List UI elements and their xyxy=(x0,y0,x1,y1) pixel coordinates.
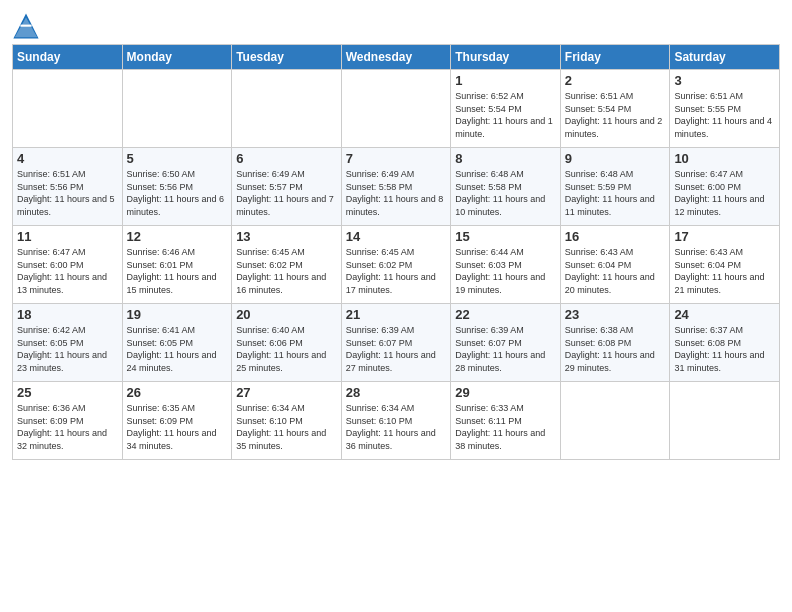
calendar-cell: 24Sunrise: 6:37 AM Sunset: 6:08 PM Dayli… xyxy=(670,304,780,382)
calendar-cell: 1Sunrise: 6:52 AM Sunset: 5:54 PM Daylig… xyxy=(451,70,561,148)
day-info: Sunrise: 6:39 AM Sunset: 6:07 PM Dayligh… xyxy=(455,324,556,374)
calendar-cell: 7Sunrise: 6:49 AM Sunset: 5:58 PM Daylig… xyxy=(341,148,451,226)
calendar-cell: 14Sunrise: 6:45 AM Sunset: 6:02 PM Dayli… xyxy=(341,226,451,304)
day-info: Sunrise: 6:51 AM Sunset: 5:55 PM Dayligh… xyxy=(674,90,775,140)
day-number: 26 xyxy=(127,385,228,400)
day-info: Sunrise: 6:34 AM Sunset: 6:10 PM Dayligh… xyxy=(346,402,447,452)
day-number: 4 xyxy=(17,151,118,166)
weekday-header-thursday: Thursday xyxy=(451,45,561,70)
day-number: 20 xyxy=(236,307,337,322)
day-number: 13 xyxy=(236,229,337,244)
calendar-cell xyxy=(13,70,123,148)
calendar-cell: 29Sunrise: 6:33 AM Sunset: 6:11 PM Dayli… xyxy=(451,382,561,460)
calendar-cell: 20Sunrise: 6:40 AM Sunset: 6:06 PM Dayli… xyxy=(232,304,342,382)
day-info: Sunrise: 6:44 AM Sunset: 6:03 PM Dayligh… xyxy=(455,246,556,296)
day-number: 15 xyxy=(455,229,556,244)
day-number: 3 xyxy=(674,73,775,88)
calendar-cell: 15Sunrise: 6:44 AM Sunset: 6:03 PM Dayli… xyxy=(451,226,561,304)
calendar-cell: 4Sunrise: 6:51 AM Sunset: 5:56 PM Daylig… xyxy=(13,148,123,226)
weekday-header-row: SundayMondayTuesdayWednesdayThursdayFrid… xyxy=(13,45,780,70)
page: SundayMondayTuesdayWednesdayThursdayFrid… xyxy=(0,0,792,612)
day-info: Sunrise: 6:43 AM Sunset: 6:04 PM Dayligh… xyxy=(674,246,775,296)
day-number: 17 xyxy=(674,229,775,244)
day-info: Sunrise: 6:36 AM Sunset: 6:09 PM Dayligh… xyxy=(17,402,118,452)
week-row-4: 25Sunrise: 6:36 AM Sunset: 6:09 PM Dayli… xyxy=(13,382,780,460)
day-info: Sunrise: 6:43 AM Sunset: 6:04 PM Dayligh… xyxy=(565,246,666,296)
calendar-cell xyxy=(670,382,780,460)
calendar-cell: 11Sunrise: 6:47 AM Sunset: 6:00 PM Dayli… xyxy=(13,226,123,304)
calendar-cell xyxy=(341,70,451,148)
day-number: 19 xyxy=(127,307,228,322)
calendar-cell: 6Sunrise: 6:49 AM Sunset: 5:57 PM Daylig… xyxy=(232,148,342,226)
day-number: 27 xyxy=(236,385,337,400)
calendar-cell: 2Sunrise: 6:51 AM Sunset: 5:54 PM Daylig… xyxy=(560,70,670,148)
day-number: 25 xyxy=(17,385,118,400)
day-number: 22 xyxy=(455,307,556,322)
day-info: Sunrise: 6:51 AM Sunset: 5:56 PM Dayligh… xyxy=(17,168,118,218)
svg-marker-1 xyxy=(15,18,37,38)
header xyxy=(12,10,780,40)
svg-rect-2 xyxy=(20,25,31,27)
calendar-cell: 22Sunrise: 6:39 AM Sunset: 6:07 PM Dayli… xyxy=(451,304,561,382)
calendar-cell: 5Sunrise: 6:50 AM Sunset: 5:56 PM Daylig… xyxy=(122,148,232,226)
day-number: 24 xyxy=(674,307,775,322)
calendar-cell: 3Sunrise: 6:51 AM Sunset: 5:55 PM Daylig… xyxy=(670,70,780,148)
weekday-header-wednesday: Wednesday xyxy=(341,45,451,70)
calendar-cell: 26Sunrise: 6:35 AM Sunset: 6:09 PM Dayli… xyxy=(122,382,232,460)
day-info: Sunrise: 6:49 AM Sunset: 5:58 PM Dayligh… xyxy=(346,168,447,218)
weekday-header-sunday: Sunday xyxy=(13,45,123,70)
day-number: 8 xyxy=(455,151,556,166)
day-number: 5 xyxy=(127,151,228,166)
calendar-cell xyxy=(232,70,342,148)
calendar-cell xyxy=(122,70,232,148)
day-number: 11 xyxy=(17,229,118,244)
week-row-3: 18Sunrise: 6:42 AM Sunset: 6:05 PM Dayli… xyxy=(13,304,780,382)
day-info: Sunrise: 6:34 AM Sunset: 6:10 PM Dayligh… xyxy=(236,402,337,452)
day-number: 23 xyxy=(565,307,666,322)
calendar-table: SundayMondayTuesdayWednesdayThursdayFrid… xyxy=(12,44,780,460)
day-info: Sunrise: 6:33 AM Sunset: 6:11 PM Dayligh… xyxy=(455,402,556,452)
calendar-cell: 27Sunrise: 6:34 AM Sunset: 6:10 PM Dayli… xyxy=(232,382,342,460)
day-number: 29 xyxy=(455,385,556,400)
logo xyxy=(12,14,42,40)
day-info: Sunrise: 6:48 AM Sunset: 5:59 PM Dayligh… xyxy=(565,168,666,218)
day-number: 7 xyxy=(346,151,447,166)
day-info: Sunrise: 6:51 AM Sunset: 5:54 PM Dayligh… xyxy=(565,90,666,140)
calendar-cell: 25Sunrise: 6:36 AM Sunset: 6:09 PM Dayli… xyxy=(13,382,123,460)
calendar-cell: 18Sunrise: 6:42 AM Sunset: 6:05 PM Dayli… xyxy=(13,304,123,382)
day-info: Sunrise: 6:41 AM Sunset: 6:05 PM Dayligh… xyxy=(127,324,228,374)
day-number: 18 xyxy=(17,307,118,322)
day-number: 9 xyxy=(565,151,666,166)
day-info: Sunrise: 6:46 AM Sunset: 6:01 PM Dayligh… xyxy=(127,246,228,296)
day-number: 6 xyxy=(236,151,337,166)
day-info: Sunrise: 6:49 AM Sunset: 5:57 PM Dayligh… xyxy=(236,168,337,218)
calendar-cell xyxy=(560,382,670,460)
week-row-2: 11Sunrise: 6:47 AM Sunset: 6:00 PM Dayli… xyxy=(13,226,780,304)
day-info: Sunrise: 6:52 AM Sunset: 5:54 PM Dayligh… xyxy=(455,90,556,140)
day-number: 16 xyxy=(565,229,666,244)
day-info: Sunrise: 6:47 AM Sunset: 6:00 PM Dayligh… xyxy=(674,168,775,218)
day-info: Sunrise: 6:37 AM Sunset: 6:08 PM Dayligh… xyxy=(674,324,775,374)
day-number: 1 xyxy=(455,73,556,88)
calendar-cell: 21Sunrise: 6:39 AM Sunset: 6:07 PM Dayli… xyxy=(341,304,451,382)
day-number: 28 xyxy=(346,385,447,400)
weekday-header-saturday: Saturday xyxy=(670,45,780,70)
day-info: Sunrise: 6:50 AM Sunset: 5:56 PM Dayligh… xyxy=(127,168,228,218)
calendar-cell: 28Sunrise: 6:34 AM Sunset: 6:10 PM Dayli… xyxy=(341,382,451,460)
calendar-cell: 19Sunrise: 6:41 AM Sunset: 6:05 PM Dayli… xyxy=(122,304,232,382)
calendar-cell: 8Sunrise: 6:48 AM Sunset: 5:58 PM Daylig… xyxy=(451,148,561,226)
day-number: 10 xyxy=(674,151,775,166)
calendar-cell: 17Sunrise: 6:43 AM Sunset: 6:04 PM Dayli… xyxy=(670,226,780,304)
calendar-cell: 23Sunrise: 6:38 AM Sunset: 6:08 PM Dayli… xyxy=(560,304,670,382)
week-row-1: 4Sunrise: 6:51 AM Sunset: 5:56 PM Daylig… xyxy=(13,148,780,226)
logo-icon xyxy=(12,12,40,40)
week-row-0: 1Sunrise: 6:52 AM Sunset: 5:54 PM Daylig… xyxy=(13,70,780,148)
calendar-cell: 10Sunrise: 6:47 AM Sunset: 6:00 PM Dayli… xyxy=(670,148,780,226)
day-info: Sunrise: 6:48 AM Sunset: 5:58 PM Dayligh… xyxy=(455,168,556,218)
calendar-cell: 12Sunrise: 6:46 AM Sunset: 6:01 PM Dayli… xyxy=(122,226,232,304)
weekday-header-tuesday: Tuesday xyxy=(232,45,342,70)
day-info: Sunrise: 6:39 AM Sunset: 6:07 PM Dayligh… xyxy=(346,324,447,374)
calendar-cell: 13Sunrise: 6:45 AM Sunset: 6:02 PM Dayli… xyxy=(232,226,342,304)
day-info: Sunrise: 6:45 AM Sunset: 6:02 PM Dayligh… xyxy=(236,246,337,296)
weekday-header-friday: Friday xyxy=(560,45,670,70)
